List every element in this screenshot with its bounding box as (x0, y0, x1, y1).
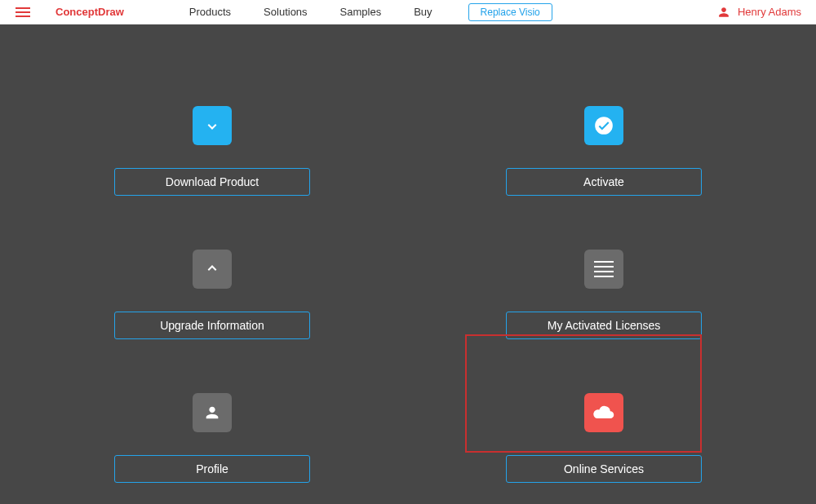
content-area: Download Product Activate Upgrade Inform… (0, 24, 816, 504)
nav-links: Products Solutions Samples Buy Replace V… (189, 3, 552, 21)
check-circle-icon (584, 106, 623, 145)
download-product-button[interactable]: Download Product (114, 168, 310, 196)
nav-buy[interactable]: Buy (414, 6, 432, 18)
tile-upgrade: Upgrade Information (73, 250, 351, 360)
activate-button[interactable]: Activate (506, 168, 702, 196)
menu-icon[interactable] (7, 7, 39, 17)
top-bar: ConceptDraw Products Solutions Samples B… (0, 0, 816, 24)
upgrade-information-button[interactable]: Upgrade Information (114, 312, 310, 339)
upload-icon (193, 250, 232, 289)
tile-profile: Profile (73, 393, 351, 504)
user-icon (718, 7, 730, 18)
replace-visio-button[interactable]: Replace Visio (468, 3, 552, 21)
svg-point-0 (595, 117, 613, 135)
tile-online-services: Online Services (465, 393, 743, 504)
tile-download: Download Product (73, 106, 351, 217)
profile-icon (193, 393, 232, 432)
user-name: Henry Adams (738, 6, 801, 18)
tile-licenses: My Activated Licenses (465, 250, 743, 360)
tile-grid: Download Product Activate Upgrade Inform… (73, 24, 743, 504)
online-services-button[interactable]: Online Services (506, 455, 702, 483)
brand-logo[interactable]: ConceptDraw (55, 6, 124, 18)
my-activated-licenses-button[interactable]: My Activated Licenses (506, 312, 702, 339)
cloud-icon (584, 393, 623, 432)
list-icon (584, 250, 623, 289)
download-icon (193, 106, 232, 145)
nav-products[interactable]: Products (189, 6, 231, 18)
nav-samples[interactable]: Samples (340, 6, 382, 18)
user-menu[interactable]: Henry Adams (718, 6, 801, 18)
nav-solutions[interactable]: Solutions (264, 6, 307, 18)
profile-button[interactable]: Profile (114, 455, 310, 483)
tile-activate: Activate (465, 106, 743, 217)
